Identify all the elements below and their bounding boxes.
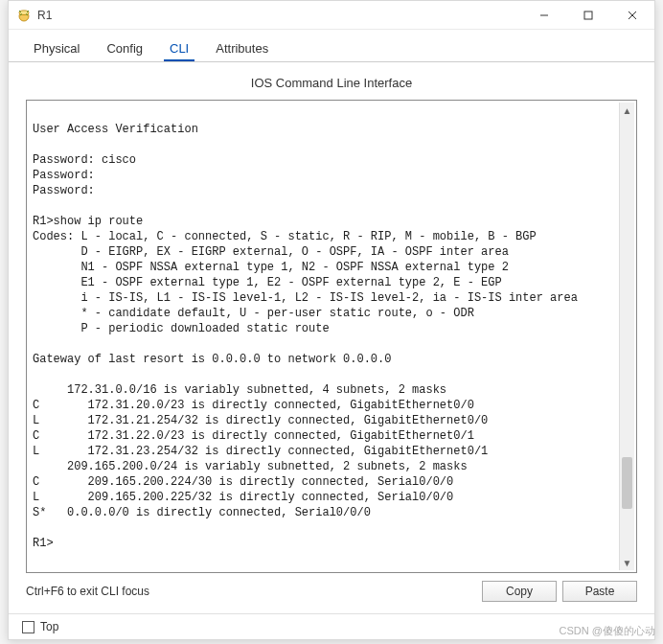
tab-attributes[interactable]: Attributes bbox=[204, 37, 280, 61]
close-button[interactable] bbox=[610, 1, 654, 30]
paste-button[interactable]: Paste bbox=[562, 581, 637, 602]
scrollbar-thumb[interactable] bbox=[622, 457, 632, 509]
terminal-output[interactable]: User Access Verification Password: cisco… bbox=[29, 103, 619, 570]
tab-config[interactable]: Config bbox=[95, 37, 154, 61]
terminal-frame: User Access Verification Password: cisco… bbox=[26, 100, 637, 573]
window-title: R1 bbox=[37, 9, 52, 22]
titlebar: R1 bbox=[9, 1, 654, 30]
cli-title: IOS Command Line Interface bbox=[26, 76, 637, 90]
scroll-up-icon[interactable]: ▲ bbox=[620, 103, 634, 118]
copy-button[interactable]: Copy bbox=[482, 581, 557, 602]
window-controls bbox=[522, 1, 654, 30]
minimize-button[interactable] bbox=[522, 1, 566, 30]
cli-panel: IOS Command Line Interface User Access V… bbox=[9, 62, 654, 613]
top-checkbox[interactable] bbox=[22, 621, 34, 633]
svg-rect-3 bbox=[584, 12, 592, 19]
maximize-button[interactable] bbox=[566, 1, 610, 30]
tab-cli[interactable]: CLI bbox=[158, 37, 200, 61]
terminal-scrollbar[interactable]: ▲ ▼ bbox=[619, 103, 634, 570]
footer: Top bbox=[9, 613, 654, 639]
tab-bar: Physical Config CLI Attributes bbox=[9, 30, 654, 62]
cli-bottom-row: Ctrl+F6 to exit CLI focus Copy Paste bbox=[26, 573, 637, 606]
cli-focus-hint: Ctrl+F6 to exit CLI focus bbox=[26, 585, 149, 598]
router-icon bbox=[16, 8, 32, 23]
top-checkbox-label: Top bbox=[40, 620, 58, 633]
scroll-down-icon[interactable]: ▼ bbox=[620, 555, 634, 570]
tab-physical[interactable]: Physical bbox=[22, 37, 91, 61]
app-window: R1 Physical Config CLI Attributes IOS Co… bbox=[8, 0, 655, 640]
